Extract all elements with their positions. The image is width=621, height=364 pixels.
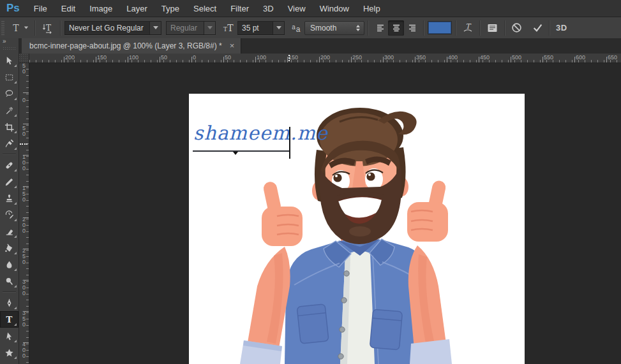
align-left-button[interactable] (372, 20, 388, 36)
path-selection-tool[interactable] (0, 328, 19, 344)
lasso-tool[interactable] (0, 85, 19, 102)
eraser-tool[interactable] (0, 223, 19, 240)
cancel-icon (511, 22, 522, 33)
h-ruler-label: 100 (257, 54, 266, 61)
tool-flyout-triangle (14, 219, 17, 221)
clone-stamp-tool[interactable] (0, 190, 19, 207)
tool-options-bar: T T Never Let Go Regular Regular (0, 17, 621, 38)
tool-flyout-triangle (14, 202, 17, 205)
v-ruler-cursor-marker (20, 143, 27, 145)
dodge-tool[interactable] (0, 273, 19, 289)
h-ruler-label: 100 (129, 54, 138, 61)
menu-items: FileEditImageLayerTypeSelectFilter3DView… (20, 4, 380, 13)
menu-filter[interactable]: Filter (230, 4, 249, 13)
svg-text:a: a (292, 24, 296, 31)
menu-image[interactable]: Image (89, 4, 112, 13)
tool-flyout-triangle (14, 114, 17, 117)
tool-flyout-triangle (14, 169, 17, 171)
tool-flyout-triangle (14, 285, 17, 288)
options-bar-gripper[interactable] (1, 21, 4, 35)
crop-tool[interactable] (0, 119, 19, 135)
anti-alias-value: Smooth (305, 24, 356, 33)
commit-edits-button[interactable] (530, 20, 546, 36)
v-ruler-label: 100 (19, 154, 26, 171)
ruler-origin-corner[interactable] (19, 54, 29, 63)
h-ruler-label: 150 (288, 54, 298, 61)
font-size-select[interactable]: 35 pt (237, 21, 285, 35)
tool-group-divider (3, 291, 16, 293)
type-tool-preset-icon: T (11, 23, 21, 33)
tool-flyout-triangle (14, 252, 17, 254)
menu-file[interactable]: File (34, 4, 47, 13)
brush-tool[interactable] (0, 173, 19, 190)
horizontal-ruler[interactable]: 2001501005005010015020025030035040045050… (19, 54, 621, 63)
spot-healing-brush-tool[interactable] (0, 157, 19, 173)
close-icon[interactable]: × (230, 41, 235, 50)
h-ruler-label: 350 (416, 54, 426, 61)
3d-mode-button[interactable]: 3D (553, 20, 570, 36)
toggle-panels-button[interactable] (484, 20, 501, 36)
tool-flyout-triangle (14, 147, 17, 150)
font-family-select[interactable]: Never Let Go Regular (64, 21, 161, 35)
menu-3d[interactable]: 3D (263, 4, 274, 13)
blur-tool[interactable] (0, 256, 19, 273)
text-cursor (289, 127, 290, 159)
pen-tool[interactable] (0, 295, 19, 311)
h-ruler-label: 400 (448, 54, 458, 61)
tool-flyout-triangle (14, 64, 17, 67)
document-tab[interactable]: bcmc-inner-page-about.jpg @ 100% (Layer … (22, 38, 241, 54)
cancel-edits-button[interactable] (509, 20, 525, 36)
document-canvas[interactable]: shameem.me (189, 94, 525, 364)
divider (423, 20, 424, 36)
h-ruler-label: 300 (384, 54, 394, 61)
tool-flyout-triangle (14, 307, 17, 309)
font-style-dropdown-button (204, 22, 215, 34)
warp-text-button[interactable]: T (460, 20, 476, 36)
vertical-ruler[interactable]: 50050100150200250300350400 (19, 62, 29, 364)
menu-type[interactable]: Type (161, 4, 179, 13)
type-tool[interactable]: T (0, 311, 19, 328)
svg-text:T: T (6, 315, 13, 324)
v-ruler-label: 0 (19, 98, 26, 103)
divider (34, 20, 36, 36)
warp-text-icon: T (462, 22, 474, 33)
h-ruler-label: 0 (193, 54, 196, 61)
menu-help[interactable]: Help (363, 4, 380, 13)
type-baseline-line (193, 150, 290, 152)
document-tab-bar: bcmc-inner-page-about.jpg @ 100% (Layer … (19, 38, 621, 54)
move-tool[interactable] (0, 52, 19, 69)
font-size-dropdown-button[interactable] (273, 22, 284, 34)
tool-flyout-triangle (14, 356, 17, 359)
svg-text:T: T (223, 26, 227, 33)
eyedropper-tool[interactable] (0, 135, 19, 152)
toggle-text-orientation-button[interactable]: T (39, 20, 57, 36)
tool-flyout-triangle (14, 98, 17, 100)
tool-preset-picker[interactable]: T (8, 20, 31, 36)
rectangular-marquee-tool[interactable] (0, 69, 19, 85)
paint-bucket-tool[interactable] (0, 240, 19, 256)
v-ruler-label: 150 (19, 186, 26, 203)
text-color-swatch[interactable] (428, 21, 452, 34)
v-ruler-label: 400 (19, 342, 26, 359)
menu-edit[interactable]: Edit (61, 4, 75, 13)
font-family-dropdown-button[interactable] (149, 22, 161, 34)
anti-alias-select[interactable]: Smooth (304, 21, 364, 35)
type-layer-text[interactable]: shameem.me (193, 122, 328, 144)
tool-flyout-triangle (14, 81, 17, 84)
align-right-button[interactable] (404, 20, 420, 36)
chevron-down-icon (153, 26, 158, 29)
menu-view[interactable]: View (288, 4, 306, 13)
tools-panel-gripper[interactable] (3, 47, 16, 51)
v-ruler-label: 50 (19, 126, 26, 137)
custom-shape-tool[interactable] (0, 344, 19, 361)
collapse-panel-chevrons[interactable]: » (0, 38, 19, 45)
history-brush-tool[interactable] (0, 207, 19, 223)
svg-text:T: T (13, 23, 19, 33)
magic-wand-tool[interactable] (0, 102, 19, 119)
menu-layer[interactable]: Layer (126, 4, 147, 13)
align-center-button[interactable] (388, 20, 404, 36)
font-family-value: Never Let Go Regular (65, 24, 149, 33)
character-paragraph-panels-icon (486, 23, 498, 33)
menu-select[interactable]: Select (193, 4, 216, 13)
menu-window[interactable]: Window (320, 4, 349, 13)
